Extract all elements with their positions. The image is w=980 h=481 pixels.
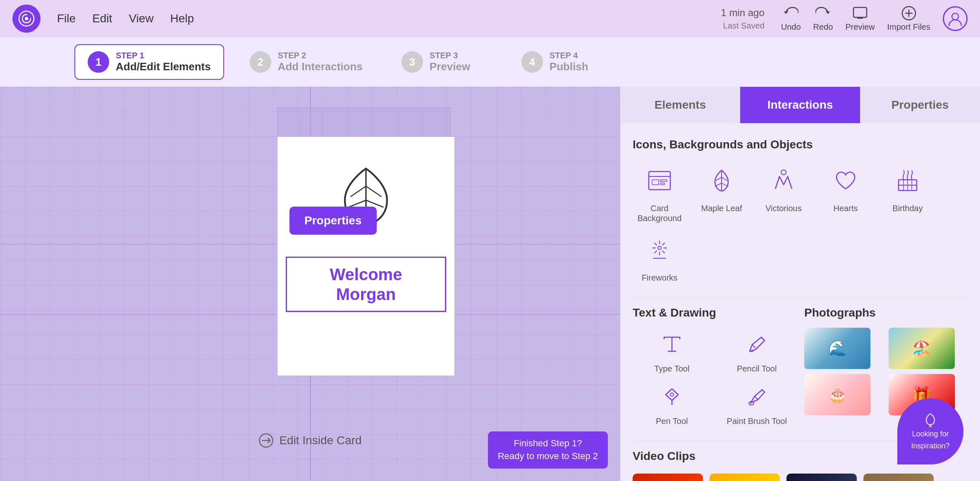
inspiration-button[interactable]: Looking for Inspiration? xyxy=(897,398,963,464)
icons-section-title: Icons, Backgrounds and Objects xyxy=(633,138,968,151)
step-1-name: Add/Edit Elements xyxy=(116,60,211,73)
step-3-num: 3 xyxy=(402,51,423,73)
pen-tool-label: Pen Tool xyxy=(656,417,688,426)
photo-cake[interactable]: 🎂 xyxy=(804,374,870,415)
step-1-num: 1 xyxy=(88,51,109,73)
step-3-label: STEP 3 xyxy=(430,51,470,60)
step-3-name: Preview xyxy=(430,60,470,73)
svg-rect-15 xyxy=(652,180,659,185)
svg-line-37 xyxy=(655,251,657,253)
svg-line-22 xyxy=(722,183,728,186)
svg-line-19 xyxy=(716,177,722,181)
paint-brush-tool-label: Paint Brush Tool xyxy=(727,417,787,426)
main: WelcomeMorgan Properties Edit Inside Car… xyxy=(0,87,980,481)
svg-line-36 xyxy=(662,243,664,245)
video-red[interactable]: 🌹 xyxy=(633,474,703,481)
icon-fireworks-label: Fireworks xyxy=(642,273,678,283)
top-nav: File Edit View Help xyxy=(57,12,704,25)
svg-point-1 xyxy=(25,17,28,20)
icon-card-background-label: Card Background xyxy=(633,203,686,223)
svg-line-46 xyxy=(755,396,758,400)
svg-line-8 xyxy=(351,186,366,197)
finished-step-badge[interactable]: Finished Step 1? Ready to move to Step 2 xyxy=(488,431,608,469)
icon-maple-leaf[interactable]: Maple Leaf xyxy=(695,162,748,223)
nav-view[interactable]: View xyxy=(129,12,153,25)
icon-fireworks[interactable]: Fireworks xyxy=(633,231,686,283)
type-tool[interactable]: Type Tool xyxy=(633,328,711,374)
icon-hearts[interactable]: Hearts xyxy=(819,162,872,223)
svg-point-23 xyxy=(781,170,786,175)
svg-line-10 xyxy=(349,200,366,207)
icons-grid: Card Background Maple Leaf Victorious xyxy=(633,162,968,283)
icon-birthday[interactable]: Birthday xyxy=(881,162,935,223)
top-actions: Undo Redo Preview Import Files xyxy=(781,6,968,32)
step-3[interactable]: 3 STEP 3 Preview xyxy=(388,44,496,80)
svg-line-9 xyxy=(366,186,381,197)
card-body[interactable]: WelcomeMorgan xyxy=(277,136,455,376)
edit-inside-label: Edit Inside Card xyxy=(279,434,361,447)
svg-point-29 xyxy=(658,246,661,250)
photo-ocean[interactable]: 🌊 xyxy=(804,328,870,369)
video-grid: 🌹 🌾 👤 ☕ xyxy=(633,474,968,481)
card-text-box[interactable]: WelcomeMorgan xyxy=(286,257,446,312)
undo-button[interactable]: Undo xyxy=(781,6,801,32)
pencil-tool-label: Pencil Tool xyxy=(737,364,777,374)
step-4-name: Publish xyxy=(550,60,588,73)
video-brown[interactable]: ☕ xyxy=(863,474,934,481)
photographs-title: Photographs xyxy=(804,306,968,319)
type-tool-label: Type Tool xyxy=(654,364,689,374)
redo-button[interactable]: Redo xyxy=(813,6,833,32)
icon-birthday-label: Birthday xyxy=(892,203,923,213)
pencil-tool[interactable]: Pencil Tool xyxy=(718,328,796,374)
tab-interactions[interactable]: Interactions xyxy=(740,87,860,123)
text-drawing-title: Text & Drawing xyxy=(633,306,796,319)
svg-line-21 xyxy=(715,183,722,186)
card-welcome-text: WelcomeMorgan xyxy=(294,264,438,304)
tab-properties[interactable]: Properties xyxy=(860,87,980,123)
svg-rect-2 xyxy=(853,7,867,17)
icon-card-background[interactable]: Card Background xyxy=(633,162,686,223)
topbar: File Edit View Help 1 min ago Last Saved… xyxy=(0,0,980,37)
paint-brush-tool[interactable]: Paint Brush Tool xyxy=(718,380,796,426)
nav-help[interactable]: Help xyxy=(170,12,194,25)
save-info: 1 min ago Last Saved xyxy=(721,6,764,31)
nav-file[interactable]: File xyxy=(57,12,76,25)
preview-button[interactable]: Preview xyxy=(845,6,875,32)
icon-victorious[interactable]: Victorious xyxy=(757,162,810,223)
finished-badge-line1: Finished Step 1? xyxy=(498,437,598,450)
app-logo[interactable] xyxy=(12,5,41,33)
step-1[interactable]: 1 STEP 1 Add/Edit Elements xyxy=(74,44,224,80)
user-avatar[interactable] xyxy=(943,6,968,31)
canvas-area[interactable]: WelcomeMorgan Properties Edit Inside Car… xyxy=(0,87,620,481)
step-4[interactable]: 4 STEP 4 Publish xyxy=(508,44,616,80)
svg-line-35 xyxy=(662,251,664,253)
save-label: Last Saved xyxy=(721,20,764,31)
edit-inside-card-button[interactable]: Edit Inside Card xyxy=(258,433,361,448)
properties-bubble[interactable]: Properties xyxy=(289,207,377,235)
photo-beach[interactable]: 🏖️ xyxy=(889,328,955,369)
svg-rect-17 xyxy=(660,183,664,185)
svg-line-41 xyxy=(752,345,755,348)
step-4-label: STEP 4 xyxy=(550,51,588,60)
video-yellow[interactable]: 🌾 xyxy=(710,474,780,481)
step-2-num: 2 xyxy=(250,51,271,73)
icon-victorious-label: Victorious xyxy=(765,203,801,213)
nav-edit[interactable]: Edit xyxy=(92,12,112,25)
step-2[interactable]: 2 STEP 2 Add Interactions xyxy=(237,44,376,80)
svg-rect-16 xyxy=(660,180,667,181)
panel-tabs: Elements Interactions Properties xyxy=(620,87,980,123)
tools-grid: Type Tool Pencil Tool xyxy=(633,328,796,426)
text-drawing-col: Text & Drawing Type Tool xyxy=(633,306,796,426)
svg-point-44 xyxy=(670,393,674,396)
svg-point-6 xyxy=(952,13,958,20)
video-dark[interactable]: 👤 xyxy=(786,474,857,481)
divider-1 xyxy=(633,298,968,298)
svg-line-20 xyxy=(722,177,727,181)
pen-tool[interactable]: Pen Tool xyxy=(633,380,711,426)
save-ago: 1 min ago xyxy=(721,6,764,20)
step-4-num: 4 xyxy=(521,51,543,73)
steps-bar: 1 STEP 1 Add/Edit Elements 2 STEP 2 Add … xyxy=(0,37,980,87)
tab-elements[interactable]: Elements xyxy=(620,87,740,123)
import-files-button[interactable]: Import Files xyxy=(887,6,930,32)
inspiration-line1: Looking for xyxy=(912,429,949,439)
